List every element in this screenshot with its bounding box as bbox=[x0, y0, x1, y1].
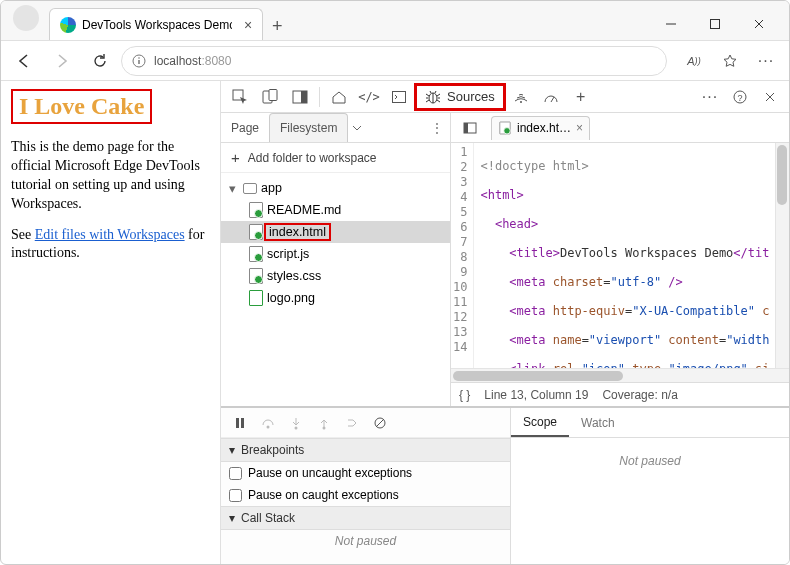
svg-rect-9 bbox=[269, 89, 277, 100]
chevron-down-icon[interactable] bbox=[352, 123, 362, 133]
devtools-help-icon[interactable]: ? bbox=[725, 83, 755, 111]
file-icon bbox=[249, 224, 263, 240]
code-content[interactable]: <!doctype html> <html> <head> <title>Dev… bbox=[474, 143, 789, 368]
callstack-notpaused: Not paused bbox=[221, 530, 510, 552]
svg-rect-12 bbox=[393, 91, 406, 102]
url-input[interactable]: localhost:8080 bbox=[121, 46, 667, 76]
editor-statusbar: { } Line 13, Column 19 Coverage: n/a bbox=[451, 382, 789, 406]
debugger-toolbar bbox=[221, 408, 510, 438]
devtools-toolbar: </> Sources + ··· ? bbox=[221, 81, 789, 113]
page-paragraph-2: See Edit files with Workspaces for instr… bbox=[11, 226, 210, 264]
file-icon bbox=[249, 268, 263, 284]
svg-point-27 bbox=[295, 426, 298, 429]
step-into-icon[interactable] bbox=[285, 412, 307, 434]
edge-icon bbox=[60, 17, 76, 33]
svg-rect-1 bbox=[711, 20, 720, 29]
sources-navigator: Page Filesystem ⋮ + Add folder to worksp… bbox=[221, 113, 451, 406]
file-tree: ▾ app README.md index.html script.js bbox=[221, 173, 450, 313]
elements-tab-icon[interactable]: </> bbox=[354, 83, 384, 111]
browser-tab[interactable]: DevTools Workspaces Demo × bbox=[49, 8, 263, 40]
window-maximize-button[interactable] bbox=[693, 8, 737, 40]
inspect-element-icon[interactable] bbox=[225, 83, 255, 111]
code-editor-pane: index.ht… × 1234567891011121314 <!doctyp… bbox=[451, 113, 789, 406]
tree-file-readme[interactable]: README.md bbox=[221, 199, 450, 221]
site-info-icon[interactable] bbox=[132, 54, 146, 68]
svg-point-6 bbox=[138, 57, 140, 59]
pause-caught-checkbox[interactable]: Pause on caught exceptions bbox=[221, 484, 510, 506]
window-minimize-button[interactable] bbox=[649, 8, 693, 40]
breakpoints-section-header[interactable]: ▾Breakpoints bbox=[221, 438, 510, 462]
deactivate-breakpoints-icon[interactable] bbox=[369, 412, 391, 434]
window-close-button[interactable] bbox=[737, 8, 781, 40]
tab-title: DevTools Workspaces Demo bbox=[82, 18, 232, 32]
scope-notpaused: Not paused bbox=[511, 450, 789, 472]
read-aloud-button[interactable]: A)) bbox=[677, 46, 711, 76]
svg-point-15 bbox=[520, 101, 522, 103]
tree-file-script[interactable]: script.js bbox=[221, 243, 450, 265]
add-folder-button[interactable]: + Add folder to workspace bbox=[221, 143, 450, 173]
bug-icon bbox=[425, 89, 441, 105]
favorite-button[interactable] bbox=[713, 46, 747, 76]
page-viewport: I Love Cake This is the demo page for th… bbox=[1, 81, 221, 565]
image-file-icon bbox=[249, 290, 263, 306]
tree-file-styles[interactable]: styles.css bbox=[221, 265, 450, 287]
pause-icon[interactable] bbox=[229, 412, 251, 434]
navigator-tab-page[interactable]: Page bbox=[221, 113, 269, 142]
step-over-icon[interactable] bbox=[257, 412, 279, 434]
svg-point-25 bbox=[267, 425, 270, 428]
page-link-workspaces[interactable]: Edit files with Workspaces bbox=[35, 227, 185, 242]
sources-tab-label: Sources bbox=[447, 89, 495, 104]
device-emulation-icon[interactable] bbox=[255, 83, 285, 111]
pause-uncaught-checkbox[interactable]: Pause on uncaught exceptions bbox=[221, 462, 510, 484]
refresh-button[interactable] bbox=[83, 46, 117, 76]
new-tab-button[interactable]: + bbox=[263, 12, 291, 40]
more-tabs-button[interactable]: + bbox=[566, 83, 596, 111]
forward-button bbox=[45, 46, 79, 76]
profile-avatar[interactable] bbox=[13, 5, 39, 31]
browser-titlebar: DevTools Workspaces Demo × + bbox=[1, 1, 789, 41]
devtools-panel: </> Sources + ··· ? Page Filesystem bbox=[221, 81, 789, 565]
pretty-print-icon[interactable]: { } bbox=[459, 388, 470, 402]
line-gutter: 1234567891011121314 bbox=[451, 143, 474, 368]
url-host: localhost bbox=[154, 54, 201, 68]
svg-rect-24 bbox=[241, 418, 244, 428]
performance-tab-icon[interactable] bbox=[536, 83, 566, 111]
horizontal-scrollbar[interactable] bbox=[451, 368, 789, 382]
svg-line-16 bbox=[551, 97, 554, 102]
close-icon[interactable]: × bbox=[576, 121, 583, 135]
svg-point-29 bbox=[323, 426, 326, 429]
file-icon bbox=[499, 122, 510, 135]
devtools-menu-button[interactable]: ··· bbox=[695, 83, 725, 111]
tab-close-icon[interactable]: × bbox=[244, 17, 252, 33]
browser-menu-button[interactable]: ··· bbox=[749, 46, 783, 76]
editor-tab-index[interactable]: index.ht… × bbox=[491, 116, 590, 140]
tree-folder-app[interactable]: ▾ app bbox=[221, 177, 450, 199]
callstack-section-header[interactable]: ▾Call Stack bbox=[221, 506, 510, 530]
tree-file-logo[interactable]: logo.png bbox=[221, 287, 450, 309]
plus-icon: + bbox=[231, 149, 240, 166]
page-heading: I Love Cake bbox=[11, 89, 152, 124]
show-navigator-icon[interactable] bbox=[455, 114, 485, 142]
sources-tab[interactable]: Sources bbox=[414, 83, 506, 111]
svg-rect-23 bbox=[236, 418, 239, 428]
network-tab-icon[interactable] bbox=[506, 83, 536, 111]
watch-tab[interactable]: Watch bbox=[569, 408, 627, 437]
step-out-icon[interactable] bbox=[313, 412, 335, 434]
back-button[interactable] bbox=[7, 46, 41, 76]
navigator-menu-button[interactable]: ⋮ bbox=[424, 121, 450, 135]
coverage-status: Coverage: n/a bbox=[602, 388, 677, 402]
devtools-close-button[interactable] bbox=[755, 83, 785, 111]
svg-text:?: ? bbox=[737, 92, 742, 102]
vertical-scrollbar[interactable] bbox=[775, 143, 789, 368]
console-tab-icon[interactable] bbox=[384, 83, 414, 111]
tree-file-index[interactable]: index.html bbox=[221, 221, 450, 243]
scope-tab[interactable]: Scope bbox=[511, 408, 569, 437]
navigator-tab-filesystem[interactable]: Filesystem bbox=[269, 113, 348, 142]
step-icon[interactable] bbox=[341, 412, 363, 434]
code-editor[interactable]: 1234567891011121314 <!doctype html> <htm… bbox=[451, 143, 789, 368]
debugger-drawer: ▾Breakpoints Pause on uncaught exception… bbox=[221, 406, 789, 565]
svg-rect-22 bbox=[464, 123, 468, 133]
dock-side-icon[interactable] bbox=[285, 83, 315, 111]
file-icon bbox=[249, 246, 263, 262]
welcome-tab-icon[interactable] bbox=[324, 83, 354, 111]
